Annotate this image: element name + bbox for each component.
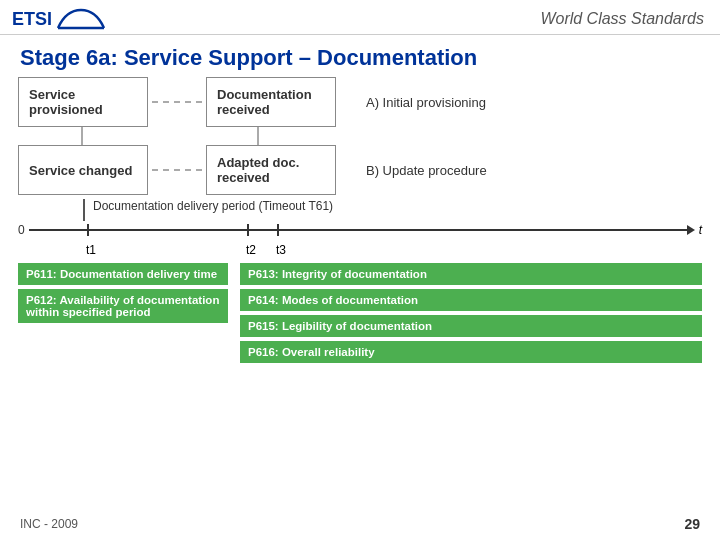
label-b: B) Update procedure [366, 163, 487, 178]
etsi-logo: ETSI [12, 8, 106, 30]
left-info-section: P611: Documentation delivery time P612: … [18, 263, 228, 363]
label-a: A) Initial provisioning [366, 95, 486, 110]
t1-label: t1 [86, 243, 96, 257]
info-box-p615: P615: Legibility of documentation [240, 315, 702, 337]
timeline-arrow [687, 225, 695, 235]
info-box-p612: P612: Availability of documentation with… [18, 289, 228, 323]
page-title: Stage 6a: Service Support – Documentatio… [0, 35, 720, 77]
page-number: 29 [684, 516, 700, 532]
footer-text: INC - 2009 [20, 517, 78, 531]
info-box-p614: P614: Modes of documentation [240, 289, 702, 311]
t-label: t [699, 223, 702, 237]
etsi-logo-graphic [56, 8, 106, 30]
header-title: World Class Standards [540, 10, 704, 28]
right-info-section: P613: Integrity of documentation P614: M… [240, 263, 702, 363]
service-provisioned-box: Service provisioned [18, 77, 148, 127]
delivery-period: Documentation delivery period (Timeout T… [93, 199, 333, 213]
footer: INC - 2009 29 [0, 516, 720, 532]
adapted-doc-box: Adapted doc. received [206, 145, 336, 195]
t0-label: 0 [18, 223, 25, 237]
info-box-p611: P611: Documentation delivery time [18, 263, 228, 285]
t3-label: t3 [276, 243, 286, 257]
info-box-p616: P616: Overall reliability [240, 341, 702, 363]
header: ETSI World Class Standards [0, 0, 720, 35]
info-box-p613: P613: Integrity of documentation [240, 263, 702, 285]
doc-received-box: Documentation received [206, 77, 336, 127]
service-changed-box: Service changed [18, 145, 148, 195]
etsi-logo-text: ETSI [12, 9, 52, 30]
t2-label: t2 [246, 243, 256, 257]
